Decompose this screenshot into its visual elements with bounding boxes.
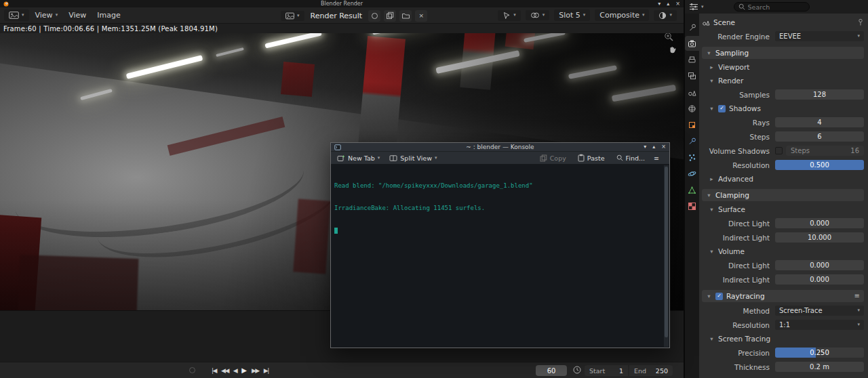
- frame-end-field[interactable]: End 250: [629, 365, 673, 376]
- tab-render[interactable]: [685, 36, 699, 51]
- play-button[interactable]: ▶: [241, 367, 247, 374]
- presets-icon[interactable]: ≡: [854, 293, 860, 299]
- precision-label: Precision: [702, 349, 770, 357]
- tab-texture[interactable]: [685, 198, 699, 213]
- minimize-icon[interactable]: ▾: [658, 1, 660, 7]
- breadcrumb-scene[interactable]: Scene: [713, 18, 735, 26]
- subpanel-render-header[interactable]: ▾ Render: [702, 75, 864, 86]
- volume-shadow-steps-field[interactable]: Steps 16: [786, 146, 864, 156]
- browse-image-dropdown[interactable]: ▾: [281, 11, 304, 21]
- image-editor-icon: [9, 11, 19, 20]
- volume-shadows-checkbox[interactable]: [775, 147, 783, 154]
- zoom-icon[interactable]: [664, 33, 674, 42]
- shadow-resolution-slider[interactable]: 0.500: [775, 160, 864, 170]
- konsole-titlebar[interactable]: ~ : blender — Konsole ▾ ▴ ×: [331, 143, 669, 152]
- scrollbar-thumb[interactable]: [665, 167, 668, 337]
- open-image-button[interactable]: [399, 10, 412, 22]
- rays-field[interactable]: 4: [775, 117, 864, 127]
- direct-light-label: Direct Light: [702, 261, 770, 270]
- tab-object-data[interactable]: [685, 182, 699, 197]
- split-view-button[interactable]: Split View ▾: [387, 154, 439, 163]
- tab-view-layer[interactable]: [685, 68, 699, 83]
- menu-image[interactable]: Image: [92, 9, 125, 21]
- menu-view[interactable]: View: [64, 9, 91, 21]
- subpanel-shadows-header[interactable]: ▾ ✓ Shadows: [702, 103, 864, 114]
- jump-to-start-button[interactable]: |◀: [212, 368, 216, 374]
- terminal-scrollbar[interactable]: [664, 165, 669, 347]
- tab-particles[interactable]: [685, 150, 699, 165]
- steps-field[interactable]: 6: [775, 131, 864, 142]
- new-image-button[interactable]: [368, 10, 380, 22]
- close-icon[interactable]: ×: [675, 1, 680, 7]
- tab-world[interactable]: [685, 101, 699, 116]
- new-tab-button[interactable]: New Tab ▾: [334, 154, 382, 163]
- raytracing-resolution-dropdown[interactable]: 1:1 ▾: [775, 320, 864, 330]
- close-icon[interactable]: ×: [661, 144, 666, 150]
- panel-raytracing-header[interactable]: ▾ ✓ Raytracing ≡: [702, 290, 864, 302]
- copy-label: Copy: [550, 154, 566, 162]
- display-channels-dropdown[interactable]: ▾: [654, 10, 677, 21]
- tab-output[interactable]: [685, 52, 699, 67]
- shadows-checkbox[interactable]: ✓: [718, 105, 726, 112]
- subpanel-viewport-header[interactable]: ▸ Viewport: [702, 62, 864, 72]
- samples-field[interactable]: 128: [775, 89, 864, 100]
- panel-sampling-header[interactable]: ▾ Sampling: [702, 47, 864, 59]
- pan-hand-icon[interactable]: [668, 45, 677, 54]
- chevron-down-icon: ▾: [435, 156, 437, 161]
- terminal-output[interactable]: Read blend: "/home/spikeyxxx/Downloads/g…: [332, 165, 664, 347]
- duplicate-image-button[interactable]: [384, 10, 396, 22]
- tab-physics[interactable]: [685, 166, 699, 181]
- surface-direct-field[interactable]: 0.000: [775, 218, 864, 228]
- frame-start-field[interactable]: Start 1: [585, 365, 628, 376]
- konsole-title: ~ : blender — Konsole: [331, 144, 669, 150]
- prev-keyframe-button[interactable]: ◀◀: [221, 368, 229, 374]
- chevron-right-icon: ▸: [709, 176, 715, 182]
- subpanel-screen-tracing-header[interactable]: ▾ Screen Tracing: [702, 333, 864, 344]
- pin-icon[interactable]: [857, 18, 864, 26]
- play-reverse-button[interactable]: ◀: [233, 368, 237, 374]
- maximize-icon[interactable]: ▴: [652, 144, 655, 150]
- image-datablock-name[interactable]: Render Result: [308, 10, 366, 22]
- mode-dropdown[interactable]: View ▾: [31, 9, 63, 21]
- precision-slider[interactable]: 0.250: [775, 348, 864, 358]
- sync-circle-icon[interactable]: [189, 367, 195, 373]
- tab-modifiers[interactable]: [685, 133, 699, 148]
- playback-header: |◀ ◀◀ ◀ ▶ ▶▶ ▶| 60 Start 1 End 250: [0, 362, 684, 378]
- current-frame-field[interactable]: 60: [536, 365, 567, 376]
- volume-direct-field[interactable]: 0.000: [775, 260, 864, 270]
- precision-row: Precision 0.250: [702, 347, 864, 358]
- unlink-image-button[interactable]: ×: [415, 10, 427, 22]
- search-input[interactable]: [748, 3, 802, 11]
- jump-to-end-button[interactable]: ▶|: [264, 368, 269, 374]
- copy-button[interactable]: Copy: [537, 154, 569, 163]
- find-button[interactable]: Find...: [614, 154, 648, 163]
- tab-object[interactable]: [685, 117, 699, 132]
- chevron-down-icon: ▾: [857, 308, 860, 313]
- editor-type-dropdown[interactable]: ▾: [4, 9, 29, 21]
- subpanel-advanced-header[interactable]: ▸ Advanced: [702, 173, 864, 184]
- gizmos-dropdown[interactable]: ▾: [498, 10, 521, 21]
- tab-scene[interactable]: [685, 85, 699, 100]
- thickness-field[interactable]: 0.2 m: [775, 362, 864, 372]
- overlays-dropdown[interactable]: ▾: [526, 10, 550, 20]
- render-pass-dropdown[interactable]: Composite ▾: [595, 9, 649, 21]
- chevron-down-icon: ▾: [857, 322, 860, 327]
- render-engine-dropdown[interactable]: EEVEE ▾: [775, 31, 864, 41]
- red-wall: [18, 255, 139, 310]
- panel-clamping-header[interactable]: ▾ Clamping: [702, 189, 864, 201]
- raytracing-method-dropdown[interactable]: Screen-Trace ▾: [775, 306, 864, 316]
- maximize-icon[interactable]: ▴: [667, 1, 669, 7]
- tab-tool[interactable]: [685, 20, 699, 35]
- raytracing-checkbox[interactable]: ✓: [715, 293, 723, 300]
- next-keyframe-button[interactable]: ▶▶: [252, 368, 259, 374]
- subpanel-volume-header[interactable]: ▾ Volume: [702, 246, 864, 257]
- subpanel-surface-header[interactable]: ▾ Surface: [702, 204, 864, 215]
- properties-editor-icon[interactable]: [689, 3, 698, 11]
- paste-button[interactable]: Paste: [575, 153, 608, 163]
- hamburger-menu-icon[interactable]: ≡: [654, 154, 659, 162]
- slot-dropdown[interactable]: Slot 5 ▾: [554, 9, 590, 21]
- search-box[interactable]: [734, 2, 810, 12]
- volume-indirect-field[interactable]: 0.000: [775, 274, 864, 285]
- minimize-icon[interactable]: ▾: [644, 144, 646, 150]
- surface-indirect-field[interactable]: 10.000: [775, 232, 864, 243]
